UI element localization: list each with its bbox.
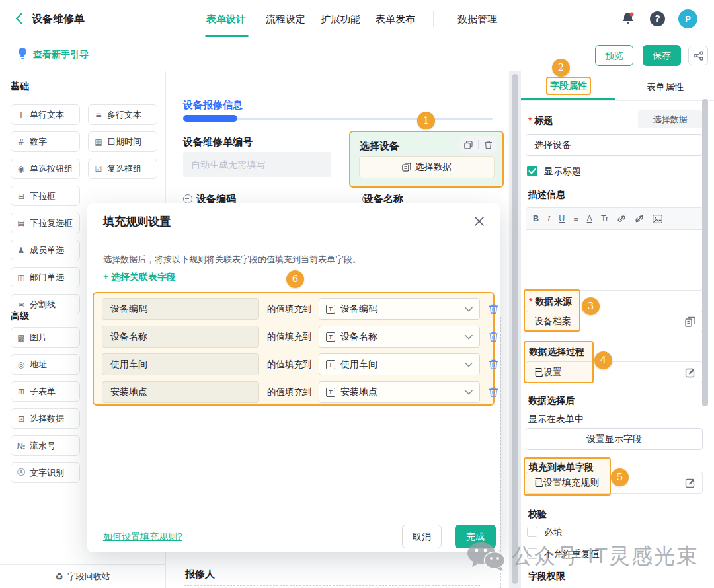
order-number-input[interactable]: 自动生成无需填写 xyxy=(183,152,331,177)
bold-icon[interactable]: B xyxy=(533,214,539,223)
field-type-label: 下拉复选框 xyxy=(30,217,73,229)
scrollbar-thumb[interactable] xyxy=(512,74,518,584)
tab-form-publish[interactable]: 表单发布 xyxy=(376,13,415,26)
panel-scrollbar-thumb[interactable] xyxy=(702,99,708,406)
user-avatar[interactable]: P xyxy=(678,9,697,28)
newbie-guide-link[interactable]: 查看新手引导 xyxy=(33,49,89,61)
field-actions-pill xyxy=(459,136,497,153)
delete-field-icon[interactable] xyxy=(484,140,493,149)
add-related-field-link[interactable]: + 选择关联表字段 xyxy=(103,272,176,283)
field-type-label: 单选按钮组 xyxy=(30,163,73,175)
no-duplicate-checkbox[interactable] xyxy=(527,548,537,559)
target-field-select[interactable]: T 使用车间 xyxy=(319,353,480,375)
font-size-icon[interactable]: Tr xyxy=(601,214,608,223)
tab-field-properties[interactable]: 字段属性 xyxy=(546,77,591,95)
field-type-label: 数字 xyxy=(30,136,47,148)
field-type-label: 下拉框 xyxy=(30,190,56,202)
order-number-label: 设备维修单编号 xyxy=(183,136,253,149)
image-icon[interactable] xyxy=(653,215,662,223)
tab-data-management[interactable]: 数据管理 xyxy=(457,13,497,26)
source-field-input[interactable]: 使用车间 xyxy=(102,353,259,375)
unlink-icon[interactable] xyxy=(635,214,644,223)
link-icon[interactable] xyxy=(617,214,626,223)
selected-device-field-card[interactable]: 选择设备 选择数据 xyxy=(349,131,504,188)
select-data-button[interactable]: 选择数据 xyxy=(359,156,495,178)
notification-bell-icon[interactable] xyxy=(620,11,636,26)
field-type-item[interactable]: № 流水号 xyxy=(11,435,80,456)
field-type-item[interactable]: ▤ 下拉复选框 xyxy=(11,213,80,233)
delete-rule-icon[interactable] xyxy=(488,331,499,342)
field-type-item[interactable]: # 数字 xyxy=(11,131,80,152)
properties-panel: 字段属性 表单属性 标题 选择数据 选择设备 显示标题 描述信息 B I U ≡… xyxy=(521,71,714,588)
show-title-checkbox[interactable] xyxy=(527,166,537,176)
source-field-input[interactable]: 设备编码 xyxy=(102,298,259,320)
field-type-item[interactable]: ◉ 单选按钮组 xyxy=(11,159,80,179)
field-type-item[interactable]: Ⓐ 文字识别 xyxy=(11,462,80,483)
font-color-icon[interactable]: A xyxy=(587,214,592,223)
edit-icon[interactable] xyxy=(685,367,695,378)
target-field-select[interactable]: T 设备名称 xyxy=(319,326,480,348)
nav-divider xyxy=(433,11,434,27)
delete-rule-icon[interactable] xyxy=(488,386,499,398)
copy-icon[interactable] xyxy=(464,141,473,149)
tab-flow-settings[interactable]: 流程设定 xyxy=(266,13,305,26)
field-type-label: 图片 xyxy=(30,332,47,344)
edit-icon[interactable] xyxy=(685,478,695,488)
preview-button[interactable]: 预览 xyxy=(595,45,633,66)
field-type-label: 成员单选 xyxy=(30,244,64,256)
field-type-icon: ▩ xyxy=(17,333,26,342)
field-type-item[interactable]: ▩ 图片 xyxy=(11,327,80,348)
target-field-select[interactable]: T 设备编码 xyxy=(319,298,480,320)
italic-icon[interactable]: I xyxy=(547,214,550,224)
save-button[interactable]: 保存 xyxy=(643,45,681,66)
dialog-header-divider xyxy=(87,242,500,242)
choose-data-button[interactable]: 选择数据 xyxy=(638,110,702,128)
field-type-item[interactable]: T 单行文本 xyxy=(11,104,80,125)
page-title: 设备维修单 xyxy=(32,13,85,28)
form-select-icon[interactable] xyxy=(685,316,695,327)
text-field-type-icon: T xyxy=(326,360,335,369)
target-field-select[interactable]: T 安装地点 xyxy=(319,381,480,403)
active-tab-underline xyxy=(205,35,249,37)
annotation-badge-1: 1 xyxy=(417,112,435,129)
share-button[interactable] xyxy=(688,46,708,65)
form-section-title[interactable]: 设备报修信息 xyxy=(183,99,243,112)
dialog-description: 选择数据后，将按以下规则将关联表字段的值填充到当前表单字段。 xyxy=(103,254,361,266)
set-display-fields-button[interactable]: 设置显示字段 xyxy=(526,428,703,450)
canvas-scrollbar[interactable] xyxy=(509,71,521,588)
field-type-item[interactable]: ◎ 地址 xyxy=(11,354,80,375)
delete-rule-icon[interactable] xyxy=(488,359,499,370)
help-link[interactable]: 如何设置填充规则? xyxy=(103,531,182,543)
field-type-item[interactable]: ⊞ 子表单 xyxy=(11,381,80,402)
field-type-item[interactable]: ▦ 日期时间 xyxy=(88,131,157,152)
tab-form-properties[interactable]: 表单属性 xyxy=(647,81,684,93)
field-type-label: 日期时间 xyxy=(107,136,141,148)
field-type-item[interactable]: ⊡ 选择数据 xyxy=(11,408,80,429)
required-checkbox[interactable] xyxy=(527,527,537,537)
title-input[interactable]: 选择设备 xyxy=(526,134,703,156)
close-icon[interactable] xyxy=(473,215,485,227)
help-icon[interactable]: ? xyxy=(650,11,665,26)
fill-rules-list: 设备编码 的值填充到 T 设备编码 设备名称 的值填充到 T 设备名称 xyxy=(93,292,495,406)
field-type-item[interactable]: ≡ 多行文本 xyxy=(88,104,157,125)
confirm-button[interactable]: 完成 xyxy=(455,525,496,548)
field-type-item[interactable]: ◫ 部门单选 xyxy=(11,267,80,287)
required-label: 必填 xyxy=(544,527,563,538)
underline-icon[interactable]: U xyxy=(559,214,565,223)
description-editor[interactable]: B I U ≡ A Tr xyxy=(526,207,703,291)
source-field-input[interactable]: 安装地点 xyxy=(102,381,259,403)
tab-form-design[interactable]: 表单设计 xyxy=(206,13,246,26)
align-icon[interactable]: ≡ xyxy=(573,214,578,223)
tab-extensions[interactable]: 扩展功能 xyxy=(321,13,360,26)
source-field-input[interactable]: 设备名称 xyxy=(102,326,259,348)
field-type-item[interactable]: ⊟ 下拉框 xyxy=(11,186,80,206)
cancel-button[interactable]: 取消 xyxy=(402,525,442,548)
title-label: 标题 xyxy=(528,115,553,127)
field-recycle-bin[interactable]: ♻ 字段回收站 xyxy=(0,564,165,588)
fill-to-text: 的值填充到 xyxy=(267,298,312,320)
advanced-field-list: ▩ 图片 ◎ 地址 ⊞ 子表单 ⊡ 选择数据 № 流水号 xyxy=(11,327,80,483)
field-type-item[interactable]: ♟ 成员单选 xyxy=(11,240,80,260)
delete-rule-icon[interactable] xyxy=(488,303,499,314)
back-icon[interactable] xyxy=(12,11,26,26)
field-type-item[interactable]: ☑ 复选框组 xyxy=(88,159,157,179)
